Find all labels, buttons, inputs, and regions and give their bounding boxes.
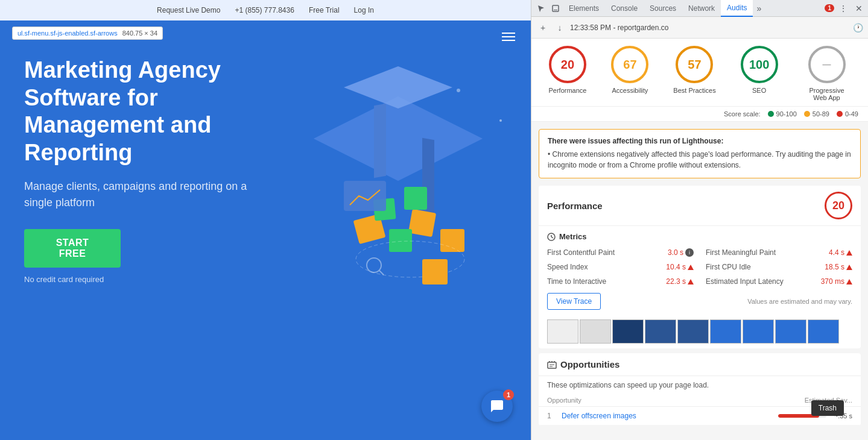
score-scale: Score scale: 90-100 50-89 0-49	[531, 107, 868, 122]
phone-link[interactable]: +1 (855) 777.8436	[235, 6, 294, 14]
tab-elements[interactable]: Elements	[563, 0, 605, 17]
svg-marker-0	[314, 96, 483, 181]
filmstrip-thumb-8	[775, 319, 806, 344]
chat-badge: 1	[503, 389, 514, 400]
opps-header: Opportunities	[539, 353, 861, 376]
svg-line-22	[551, 237, 553, 238]
filmstrip-thumb-3	[612, 319, 644, 344]
metrics-section: Metrics First Contentful Paint 3.0 s i F…	[539, 226, 861, 293]
tab-network[interactable]: Network	[682, 0, 721, 17]
best-practices-label: Best Practices	[673, 87, 715, 94]
filmstrip-thumb-9	[808, 319, 839, 344]
issues-title: There were issues affecting this run of …	[548, 137, 852, 145]
close-devtools-icon[interactable]: ✕	[852, 2, 866, 15]
issues-bullet: Chrome extensions negatively affected th…	[548, 149, 852, 171]
site-topbar: Request Live Demo +1 (855) 777.8436 Free…	[0, 0, 531, 20]
tooltip-selector: ul.sf-menu.sf-js-enabled.sf-arrows	[17, 30, 118, 37]
opps-title: Opportunities	[560, 359, 619, 369]
svg-rect-19	[554, 10, 557, 10]
filmstrip-thumb-2	[580, 319, 611, 344]
devtools-tab-bar: Elements Console Sources Network Audits …	[531, 0, 868, 17]
login-link[interactable]: Log In	[354, 6, 374, 14]
svg-point-12	[499, 119, 502, 122]
tooltip-size: 840.75 × 34	[122, 30, 157, 37]
svg-rect-8	[404, 187, 427, 210]
filmstrip-thumb-1	[547, 319, 578, 344]
filmstrip	[539, 315, 861, 348]
accessibility-label: Accessibility	[612, 87, 648, 94]
pwa-label: Progressive Web App	[803, 87, 851, 101]
svg-point-16	[367, 258, 381, 272]
hero-subtext: Manage clients, campaigns and reporting …	[24, 178, 253, 211]
metric-fcp: First Contentful Paint 3.0 s i	[547, 247, 694, 258]
start-free-button[interactable]: START FREE	[24, 229, 121, 268]
perf-title: Performance	[547, 201, 603, 211]
seo-circle: 100	[741, 46, 778, 83]
opp-name[interactable]: Defer offscreen images	[562, 412, 773, 420]
scale-label: Score scale:	[724, 110, 761, 118]
hero-illustration	[290, 60, 507, 301]
scale-green: 90-100	[768, 110, 797, 118]
element-tooltip: ul.sf-menu.sf-js-enabled.sf-arrows 840.7…	[12, 27, 163, 40]
svg-point-13	[457, 89, 460, 92]
no-credit-note: No credit card required	[24, 275, 104, 284]
clock-icon[interactable]: 🕐	[853, 23, 863, 33]
metrics-title: Metrics	[547, 232, 852, 241]
view-trace-button[interactable]: View Trace	[547, 293, 601, 310]
score-accessibility: 67 Accessibility	[611, 46, 648, 101]
metric-fci: First CPU Idle 18.5 s	[706, 262, 852, 272]
device-icon[interactable]	[548, 1, 563, 16]
svg-rect-10	[344, 181, 386, 211]
metric-tti: Time to Interactive 22.3 s	[547, 276, 694, 287]
kebab-menu-icon[interactable]: ⋮	[837, 2, 850, 15]
cursor-icon[interactable]	[534, 1, 548, 16]
address-text: 12:33:58 PM - reportgarden.co	[570, 24, 849, 32]
triangle-icon-tti	[688, 279, 694, 284]
pwa-circle: —	[808, 46, 846, 83]
audit-scores: 20 Performance 67 Accessibility 57 Best …	[531, 39, 868, 107]
tab-console[interactable]: Console	[605, 0, 644, 17]
audit-content[interactable]: 20 Performance 67 Accessibility 57 Best …	[531, 39, 868, 440]
metric-si: Speed Index 10.4 s	[547, 262, 694, 272]
svg-rect-6	[440, 229, 464, 252]
perf-score-badge: 20	[825, 192, 852, 219]
scale-red: 0-49	[837, 110, 858, 118]
triangle-icon-fci	[846, 265, 852, 270]
chat-bubble[interactable]: 1	[481, 391, 513, 422]
add-icon[interactable]: +	[536, 21, 550, 34]
accessibility-circle: 67	[611, 46, 648, 83]
performance-circle: 20	[549, 46, 586, 83]
triangle-icon-si	[688, 265, 694, 270]
triangle-icon-fmp	[846, 250, 852, 256]
tab-audits[interactable]: Audits	[721, 0, 753, 17]
hero-heading: Marketing Agency Software for Management…	[24, 57, 277, 166]
performance-label: Performance	[548, 87, 586, 94]
score-best-practices: 57 Best Practices	[673, 46, 715, 101]
opp-num: 1	[547, 412, 557, 420]
filmstrip-thumb-5	[677, 319, 709, 344]
svg-rect-5	[408, 209, 436, 237]
svg-rect-1	[374, 104, 386, 178]
devtools-address-bar: + ↓ 12:33:58 PM - reportgarden.co 🕐	[531, 17, 868, 39]
score-pwa: — Progressive Web App	[803, 46, 851, 101]
filmstrip-thumb-7	[743, 319, 774, 344]
filmstrip-thumb-6	[710, 319, 741, 344]
score-seo: 100 SEO	[741, 46, 778, 101]
devtools-actions: 1 ⋮ ✕	[825, 2, 866, 15]
opportunities-icon	[547, 360, 557, 369]
tab-sources[interactable]: Sources	[644, 0, 682, 17]
more-tabs-icon[interactable]: »	[753, 4, 765, 13]
score-performance: 20 Performance	[548, 46, 586, 101]
triangle-icon-eil	[846, 279, 852, 284]
info-icon[interactable]: i	[685, 248, 694, 257]
metric-fmp: First Meaningful Paint 4.4 s	[706, 247, 852, 258]
metrics-grid: First Contentful Paint 3.0 s i First Mea…	[547, 247, 852, 287]
seo-label: SEO	[752, 87, 766, 94]
free-trial-link[interactable]: Free Trial	[309, 6, 340, 14]
request-demo-link[interactable]: Request Live Demo	[157, 6, 220, 14]
website-panel: Request Live Demo +1 (855) 777.8436 Free…	[0, 0, 531, 440]
svg-rect-18	[553, 5, 559, 11]
download-icon[interactable]: ↓	[553, 21, 566, 34]
scale-orange: 50-89	[804, 110, 829, 118]
svg-rect-9	[389, 229, 412, 252]
